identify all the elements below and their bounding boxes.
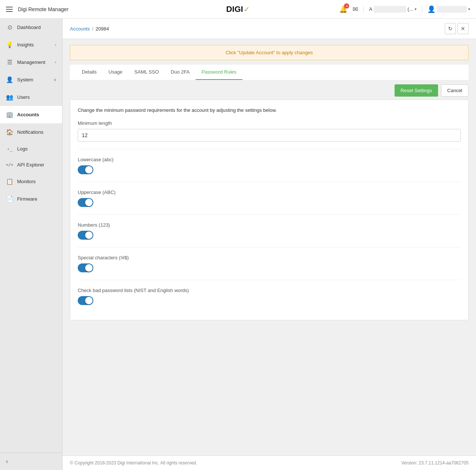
breadcrumb-current: 20984: [96, 26, 109, 32]
sidebar-item-label: Monitors: [17, 179, 36, 184]
special-chars-label: Special characters (!#$): [78, 255, 461, 260]
lowercase-label: Lowercase (abc): [78, 157, 461, 162]
monitors-icon: 📋: [6, 178, 13, 185]
sidebar-item-system[interactable]: 👤 System ∨: [0, 71, 62, 88]
api-icon: </>: [6, 162, 13, 167]
sidebar-item-dashboard[interactable]: ⊙ Dashboard: [0, 19, 62, 36]
user-chevron: ▾: [468, 7, 470, 11]
user-initial: A: [369, 6, 372, 12]
numbers-toggle-container: [78, 231, 461, 240]
insights-icon: 💡: [6, 41, 13, 48]
breadcrumb-separator: /: [92, 26, 93, 32]
refresh-button[interactable]: ↻: [445, 23, 456, 34]
breadcrumb-bar: Accounts / 20984 ↻ ✕: [62, 19, 476, 39]
min-length-input[interactable]: [78, 129, 461, 142]
tab-duo-2fa[interactable]: Duo 2FA: [165, 65, 196, 80]
special-chars-toggle[interactable]: [78, 263, 93, 272]
description-text: Change the minimum password requirements…: [78, 107, 461, 113]
tab-password-rules[interactable]: Password Rules: [196, 65, 242, 80]
users-icon: 👥: [6, 94, 13, 101]
management-icon: ☰: [6, 59, 13, 66]
lowercase-toggle-knob: [85, 166, 93, 174]
user-menu[interactable]: 👤 ▾: [427, 5, 470, 13]
sidebar-item-label: Firmware: [17, 196, 37, 202]
account-label: [374, 6, 406, 13]
notification-count: 4: [344, 3, 349, 9]
user-icon: 👤: [427, 5, 435, 13]
bad-password-toggle[interactable]: [78, 296, 93, 305]
logs-icon: ›_: [6, 146, 13, 152]
uppercase-toggle[interactable]: [78, 198, 93, 207]
sidebar-item-label: Logs: [17, 146, 28, 152]
uppercase-toggle-knob: [85, 199, 93, 206]
notifications-icon: 🏠: [6, 129, 13, 136]
dashboard-icon: ⊙: [6, 24, 13, 31]
tab-saml-sso[interactable]: SAML SSO: [128, 65, 165, 80]
system-arrow: ∨: [54, 78, 56, 82]
sidebar-item-label: System: [17, 77, 33, 82]
sidebar-item-firmware[interactable]: 📄 Firmware: [0, 190, 62, 208]
user-name-label: [437, 6, 467, 13]
actions-row: Reset Settings Cancel: [70, 84, 469, 97]
sidebar-collapse[interactable]: ‹: [0, 453, 62, 470]
collapse-icon: ‹: [6, 458, 8, 464]
numbers-toggle-knob: [85, 231, 93, 239]
numbers-toggle[interactable]: [78, 231, 93, 240]
uppercase-section: Uppercase (ABC): [78, 189, 461, 215]
copyright-text: © Copyright 2018-2023 Digi International…: [70, 460, 197, 466]
bad-password-toggle-knob: [85, 297, 93, 304]
tab-usage[interactable]: Usage: [103, 65, 129, 80]
sidebar-item-insights[interactable]: 💡 Insights ‹: [0, 36, 62, 54]
sidebar-item-api-explorer[interactable]: </> API Explorer: [0, 157, 62, 173]
bad-password-toggle-container: [78, 296, 461, 305]
reset-settings-button[interactable]: Reset Settings: [395, 84, 438, 97]
menu-toggle[interactable]: [6, 7, 13, 12]
bad-password-label: Check bad password lists (NIST and Engli…: [78, 288, 461, 293]
sidebar-item-label: Users: [17, 94, 30, 100]
sidebar-item-management[interactable]: ☰ Management ‹: [0, 54, 62, 71]
special-chars-toggle-container: [78, 263, 461, 272]
account-chevron: ▾: [415, 7, 416, 11]
uppercase-toggle-container: [78, 198, 461, 207]
management-arrow: ‹: [55, 60, 56, 64]
breadcrumb-accounts-link[interactable]: Accounts: [70, 26, 90, 32]
special-chars-toggle-knob: [85, 264, 93, 272]
lowercase-section: Lowercase (abc): [78, 157, 461, 182]
sidebar-item-notifications[interactable]: 🏠 Notifications: [0, 123, 62, 141]
sidebar-item-label: Management: [17, 59, 45, 65]
sidebar-item-logs[interactable]: ›_ Logs: [0, 141, 62, 157]
insights-arrow: ‹: [55, 43, 56, 47]
sidebar-item-monitors[interactable]: 📋 Monitors: [0, 173, 62, 190]
tab-details[interactable]: Details: [76, 65, 103, 80]
numbers-section: Numbers (123): [78, 222, 461, 247]
lowercase-toggle[interactable]: [78, 165, 93, 174]
mail-icon[interactable]: ✉: [353, 5, 358, 13]
nav-right: 🔔 4 ✉ A (... ▾ 👤 ▾: [339, 5, 470, 13]
min-length-section: Minimum length: [78, 120, 461, 149]
version-text: Version: 23.7.11.1214-aa7062705: [401, 460, 469, 466]
layout: ⊙ Dashboard 💡 Insights ‹ ☰ Management ‹ …: [0, 19, 476, 470]
uppercase-label: Uppercase (ABC): [78, 189, 461, 195]
min-length-label: Minimum length: [78, 120, 461, 126]
account-expand-label: (...: [408, 6, 413, 12]
close-button[interactable]: ✕: [457, 23, 469, 34]
content-area: Click "Update Account" to apply changes …: [62, 39, 476, 456]
notification-bell[interactable]: 🔔 4: [339, 5, 347, 13]
sidebar-item-users[interactable]: 👥 Users: [0, 88, 62, 106]
sidebar-item-label: API Explorer: [17, 162, 44, 168]
nav-divider: [363, 6, 364, 13]
sidebar-item-label: Insights: [17, 42, 34, 48]
cancel-button[interactable]: Cancel: [441, 84, 469, 97]
sidebar-item-accounts[interactable]: 🏢 Accounts: [0, 106, 62, 123]
numbers-label: Numbers (123): [78, 222, 461, 228]
password-rules-card: Change the minimum password requirements…: [70, 100, 469, 320]
top-nav: Digi Remote Manager D I G I ✓ 🔔 4 ✉ A (.…: [0, 0, 476, 19]
breadcrumb-actions: ↻ ✕: [445, 23, 469, 34]
breadcrumb: Accounts / 20984: [70, 26, 109, 32]
system-icon: 👤: [6, 76, 13, 83]
accounts-icon: 🏢: [6, 111, 13, 118]
user-account-selector[interactable]: A (... ▾: [369, 6, 416, 13]
banner-message: Click "Update Account" to apply changes: [226, 50, 313, 55]
app-title: Digi Remote Manager: [18, 6, 68, 12]
tabs-bar: Details Usage SAML SSO Duo 2FA Password …: [70, 65, 469, 80]
